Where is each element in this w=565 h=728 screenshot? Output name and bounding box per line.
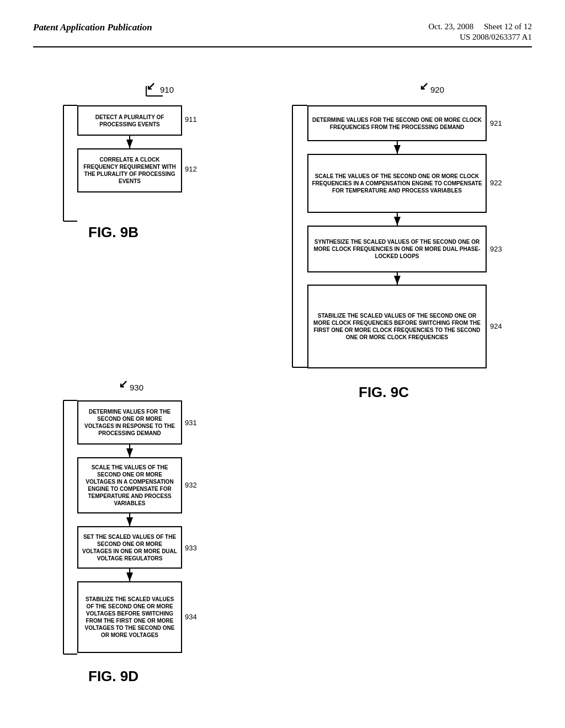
box-921: DETERMINE VALUES FOR THE SECOND ONE OR M…	[307, 105, 487, 141]
label-934: 934	[185, 613, 197, 621]
publication-date: Oct. 23, 2008	[429, 22, 474, 31]
box-911: DETECT A PLURALITY OF PROCESSING EVENTS	[77, 105, 182, 136]
box-934: STABILIZE THE SCALED VALUES OF THE SECON…	[77, 581, 182, 653]
group-920-number: 920	[430, 85, 444, 94]
box-922: SCALE THE VALUES OF THE SECOND ONE OR MO…	[307, 154, 487, 213]
label-912: 912	[185, 165, 197, 173]
box-933: SET THE SCALED VALUES OF THE SECOND ONE …	[77, 526, 182, 569]
label-933: 933	[185, 544, 197, 552]
diagram-area: 910 ↙ DETECT A PLURALITY OF PROCESSING E…	[33, 75, 532, 709]
group-930-number: 930	[130, 383, 143, 392]
fig-9d-label: FIG. 9D	[88, 668, 138, 685]
box-932: SCALE THE VALUES OF THE SECOND ONE OR MO…	[77, 457, 182, 513]
fig-9b-label: FIG. 9B	[88, 224, 138, 241]
page-header: Patent Application Publication Oct. 23, …	[33, 22, 532, 47]
group-910-number: 910	[160, 85, 174, 94]
label-921: 921	[490, 119, 502, 127]
page: Patent Application Publication Oct. 23, …	[0, 0, 565, 728]
header-info: Oct. 23, 2008 Sheet 12 of 12 US 2008/026…	[429, 22, 532, 42]
label-923: 923	[490, 245, 502, 253]
label-922: 922	[490, 179, 502, 187]
box-923: SYNTHESIZE THE SCALED VALUES OF THE SECO…	[307, 226, 487, 272]
label-911: 911	[185, 115, 197, 124]
label-932: 932	[185, 481, 197, 489]
box-931: DETERMINE VALUES FOR THE SECOND ONE OR M…	[77, 400, 182, 445]
arrow-930: ↙	[119, 377, 128, 390]
box-924: STABILIZE THE SCALED VALUES OF THE SECON…	[307, 285, 487, 368]
date-sheet-info: Oct. 23, 2008 Sheet 12 of 12	[429, 22, 532, 31]
publication-title: Patent Application Publication	[33, 22, 152, 33]
fig-9c-label: FIG. 9C	[359, 384, 409, 401]
label-931: 931	[185, 419, 197, 427]
sheet-info: Sheet 12 of 12	[484, 22, 532, 31]
label-924: 924	[490, 322, 502, 330]
patent-number: US 2008/0263377 A1	[429, 33, 532, 42]
arrow-910: ↙	[146, 79, 156, 93]
arrow-920: ↙	[419, 79, 429, 93]
box-912: CORRELATE A CLOCK FREQUENCY REQUIREMENT …	[77, 148, 182, 192]
